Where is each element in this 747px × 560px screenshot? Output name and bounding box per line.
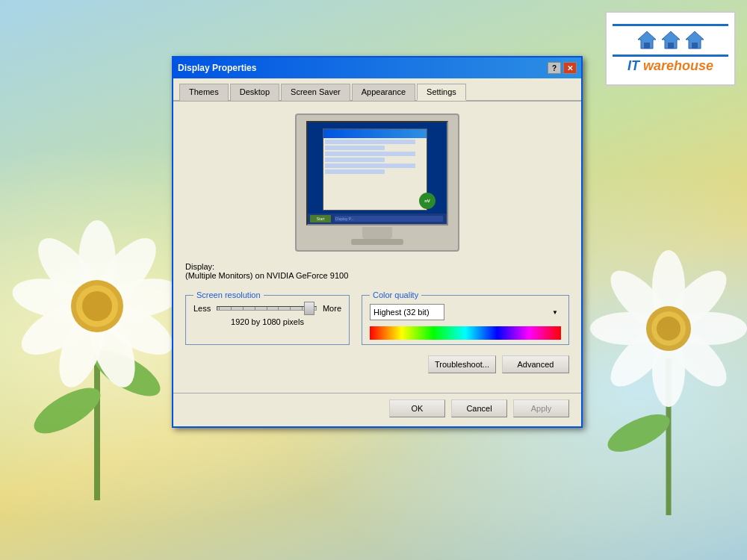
- mini-row-2: [325, 146, 385, 150]
- flower-right: [583, 231, 747, 515]
- house1-icon: [636, 29, 657, 50]
- display-properties-dialog: Display Properties ? ✕ Themes Desktop Sc…: [172, 56, 583, 428]
- mini-row-4: [325, 158, 385, 162]
- mini-content: [323, 138, 427, 177]
- house3-icon: [684, 29, 705, 50]
- resolution-value: 1920 by 1080 pixels: [193, 317, 341, 326]
- svg-rect-33: [692, 43, 698, 49]
- mini-window: [323, 128, 427, 211]
- svg-point-14: [82, 291, 112, 321]
- mini-start-button: Start: [310, 215, 331, 223]
- cancel-button[interactable]: Cancel: [451, 399, 507, 417]
- nvidia-badge: nV: [419, 193, 436, 209]
- svg-point-16: [603, 407, 675, 460]
- logo-box: IT warehouse: [605, 11, 736, 86]
- mini-taskbar: Start Display P...: [308, 214, 447, 224]
- svg-rect-31: [668, 43, 674, 49]
- logo-houses: [636, 29, 705, 50]
- color-quality-fieldset: Color quality Highest (32 bit) True Colo…: [362, 290, 569, 345]
- close-button[interactable]: ✕: [563, 62, 577, 74]
- tab-settings[interactable]: Settings: [417, 84, 466, 101]
- display-label: Display:: [185, 262, 569, 271]
- mini-row-6: [325, 169, 385, 174]
- monitor-screen: Start Display P... nV: [306, 121, 448, 225]
- tab-bar: Themes Desktop Screen Saver Appearance S…: [173, 78, 581, 102]
- monitor: Start Display P... nV: [295, 113, 459, 252]
- less-label: Less: [193, 304, 211, 313]
- color-select-row: Highest (32 bit) True Color (32 bit) Hig…: [370, 304, 561, 320]
- color-bar: [370, 326, 561, 340]
- logo-line-bottom: [613, 55, 728, 57]
- screen-resolution-legend: Screen resolution: [193, 290, 264, 299]
- mini-row-3: [325, 152, 415, 156]
- ok-button[interactable]: OK: [389, 399, 445, 417]
- svg-point-27: [657, 317, 681, 340]
- color-quality-legend: Color quality: [370, 290, 421, 299]
- monitor-foot: [351, 239, 403, 245]
- mini-row-5: [325, 164, 415, 168]
- apply-button[interactable]: Apply: [513, 399, 569, 417]
- tab-themes[interactable]: Themes: [179, 84, 229, 101]
- action-buttons: Troubleshoot... Advanced: [185, 355, 569, 373]
- dialog-content: Start Display P... nV Display: (Multiple…: [173, 102, 581, 393]
- slider-row: Less: [193, 304, 341, 313]
- screen-resolution-fieldset: Screen resolution Less: [185, 290, 350, 345]
- more-label: More: [323, 304, 341, 313]
- resolution-slider-thumb[interactable]: [304, 302, 314, 315]
- bottom-buttons: OK Cancel Apply: [173, 393, 581, 426]
- advanced-button[interactable]: Advanced: [502, 355, 569, 373]
- monitor-base: [362, 227, 392, 239]
- house2-icon: [660, 29, 681, 50]
- display-info: Display: (Multiple Monitors) on NVIDIA G…: [185, 262, 569, 280]
- tab-appearance[interactable]: Appearance: [352, 84, 415, 101]
- troubleshoot-button[interactable]: Troubleshoot...: [428, 355, 496, 373]
- monitor-preview: Start Display P... nV: [185, 113, 569, 252]
- resolution-slider-track[interactable]: [217, 306, 317, 311]
- logo-warehouse: warehouse: [639, 58, 713, 73]
- color-quality-select[interactable]: Highest (32 bit) True Color (32 bit) Hig…: [370, 304, 444, 320]
- logo-it: IT: [627, 58, 639, 73]
- logo-line-top: [613, 24, 728, 26]
- settings-row: Screen resolution Less: [185, 290, 569, 345]
- mini-titlebar: [323, 129, 427, 138]
- help-button[interactable]: ?: [548, 62, 561, 74]
- color-select-wrapper: Highest (32 bit) True Color (32 bit) Hig…: [370, 304, 561, 320]
- dialog-title: Display Properties: [178, 63, 256, 73]
- tab-desktop[interactable]: Desktop: [230, 84, 279, 101]
- tab-screen-saver[interactable]: Screen Saver: [281, 84, 350, 101]
- titlebar-buttons: ? ✕: [548, 62, 577, 74]
- display-value: (Multiple Monitors) on NVIDIA GeForce 91…: [185, 271, 569, 280]
- mini-row-1: [325, 140, 415, 144]
- titlebar: Display Properties ? ✕: [173, 57, 581, 78]
- logo-text: IT warehouse: [627, 58, 713, 74]
- svg-rect-29: [644, 43, 650, 49]
